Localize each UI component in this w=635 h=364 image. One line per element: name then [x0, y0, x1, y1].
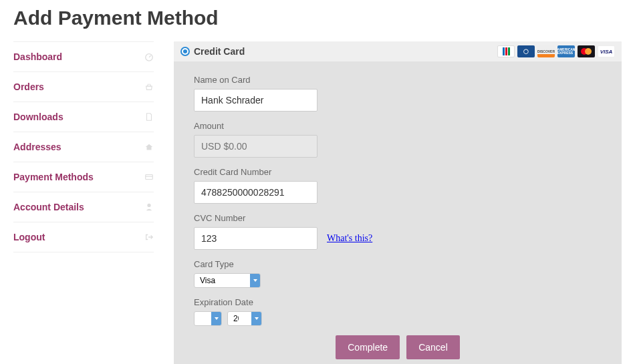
card-number-input[interactable]: [194, 181, 318, 204]
svg-rect-2: [146, 175, 153, 180]
payment-panel: Credit Card ◯ DISCOVER AMERICANEXPRESS V…: [174, 41, 622, 364]
payment-panel-header: Credit Card ◯ DISCOVER AMERICANEXPRESS V…: [174, 41, 622, 61]
payment-method-radio[interactable]: Credit Card: [180, 46, 245, 57]
card-type-select[interactable]: Visa: [194, 273, 261, 288]
amount-input: [194, 135, 318, 158]
user-icon: [144, 202, 154, 212]
radio-selected-icon: [180, 47, 190, 56]
sidebar-item-label: Dashboard: [13, 51, 62, 62]
discover-icon: DISCOVER: [537, 45, 555, 57]
svg-line-1: [149, 55, 151, 57]
cvc-input[interactable]: [194, 227, 318, 250]
card-type-label: Card Type: [194, 259, 602, 269]
complete-button[interactable]: Complete: [336, 335, 400, 359]
payment-method-label: Credit Card: [194, 46, 245, 57]
card-number-label: Credit Card Number: [194, 167, 602, 177]
exp-year-select[interactable]: 2018: [227, 311, 262, 326]
visa-icon: VISA: [598, 45, 615, 57]
sidebar-item-logout[interactable]: Logout: [13, 222, 154, 252]
card-brand-icons: ◯ DISCOVER AMERICANEXPRESS VISA: [497, 45, 615, 57]
card-icon: [144, 172, 154, 182]
sidebar-item-payment-methods[interactable]: Payment Methods: [13, 162, 154, 192]
sidebar-item-label: Orders: [13, 81, 44, 92]
dashboard-icon: [144, 52, 154, 61]
sidebar-item-account-details[interactable]: Account Details: [13, 192, 154, 222]
cvc-label: CVC Number: [194, 213, 602, 223]
sidebar-item-label: Downloads: [13, 112, 64, 122]
cancel-button[interactable]: Cancel: [406, 335, 460, 359]
page-title: Add Payment Method: [13, 7, 622, 29]
file-icon: [144, 112, 154, 122]
basket-icon: [144, 82, 154, 92]
amex-icon: AMERICANEXPRESS: [557, 45, 575, 57]
jcb-icon: [497, 45, 515, 57]
home-icon: [144, 142, 154, 152]
sidebar-item-label: Addresses: [13, 142, 61, 152]
name-on-card-label: Name on Card: [194, 75, 602, 85]
exp-month-select[interactable]: 01: [194, 311, 222, 326]
sidebar-item-dashboard[interactable]: Dashboard: [13, 41, 154, 72]
logout-icon: [144, 232, 154, 242]
name-on-card-input[interactable]: [194, 89, 318, 112]
sidebar-item-label: Payment Methods: [13, 172, 94, 182]
sidebar-item-addresses[interactable]: Addresses: [13, 132, 154, 162]
expiration-date-label: Expiration Date: [194, 297, 602, 307]
amount-label: Amount: [194, 121, 602, 131]
svg-point-4: [147, 204, 150, 207]
diners-icon: ◯: [517, 45, 535, 57]
cvc-help-link[interactable]: What's this?: [327, 233, 372, 244]
sidebar-item-label: Logout: [13, 232, 45, 242]
mastercard-icon: [578, 45, 595, 57]
payment-form: Name on Card Amount Credit Card Number C…: [174, 61, 622, 364]
account-sidebar: Dashboard Orders Downloads Addresses: [13, 41, 154, 364]
sidebar-item-orders[interactable]: Orders: [13, 72, 154, 102]
sidebar-item-label: Account Details: [13, 202, 84, 212]
sidebar-item-downloads[interactable]: Downloads: [13, 102, 154, 132]
